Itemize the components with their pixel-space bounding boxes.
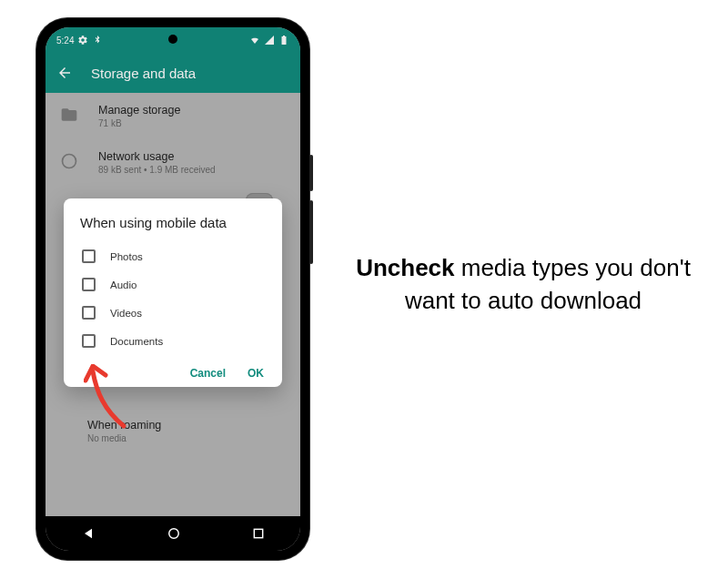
checkbox-label: Photos	[110, 251, 143, 262]
checkbox-label: Videos	[110, 308, 142, 319]
nav-recents-icon[interactable]	[252, 527, 265, 540]
checkbox-row-documents[interactable]: Documents	[80, 330, 266, 352]
checkbox-row-videos[interactable]: Videos	[80, 301, 266, 324]
phone-screen: 5:24 Storage and data	[46, 27, 300, 551]
checkbox-row-audio[interactable]: Audio	[80, 273, 266, 296]
svg-point-3	[169, 529, 179, 539]
phone-side-button	[309, 200, 313, 264]
android-navbar	[46, 516, 300, 551]
checkbox[interactable]	[82, 334, 96, 348]
instruction-text: Uncheck media types you don't want to au…	[346, 252, 728, 316]
checkbox-label: Audio	[110, 279, 136, 290]
nav-back-icon[interactable]	[81, 526, 96, 541]
ok-button[interactable]: OK	[248, 367, 264, 380]
nav-home-icon[interactable]	[167, 527, 180, 540]
phone-side-button	[309, 155, 313, 191]
checkbox-label: Documents	[110, 336, 163, 347]
checkbox-row-photos[interactable]: Photos	[80, 245, 266, 268]
checkbox[interactable]	[82, 306, 96, 320]
dialog-title: When using mobile data	[80, 215, 266, 230]
checkbox[interactable]	[82, 278, 96, 291]
cancel-button[interactable]: Cancel	[190, 367, 226, 380]
svg-rect-4	[254, 529, 262, 537]
instruction-bold: Uncheck	[356, 254, 454, 281]
phone-frame: 5:24 Storage and data	[36, 18, 309, 560]
checkbox[interactable]	[82, 249, 96, 263]
camera-hole	[168, 35, 177, 44]
mobile-data-dialog: When using mobile data Photos Audio V	[64, 198, 282, 387]
